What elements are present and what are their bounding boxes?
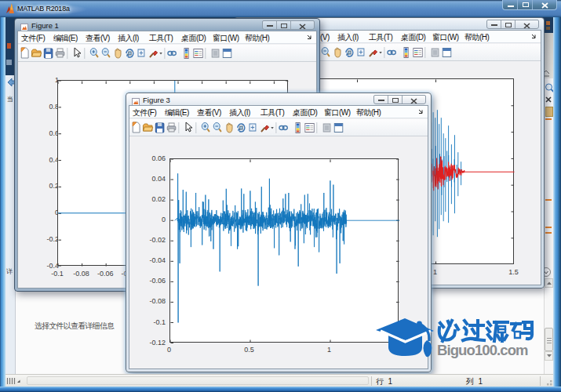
svg-text:Biguo100.com: Biguo100.com	[437, 342, 528, 358]
